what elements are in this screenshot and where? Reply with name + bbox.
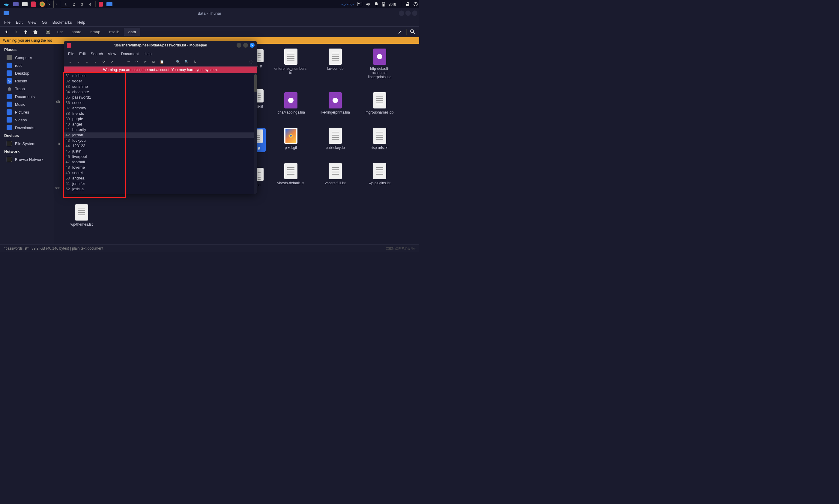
- workspace-1[interactable]: 1: [62, 0, 70, 8]
- mousepad-titlebar[interactable]: /usr/share/nmap/nselib/data/passwords.ls…: [64, 41, 257, 50]
- editor-line[interactable]: 44123123: [64, 143, 254, 149]
- power-icon[interactable]: [413, 2, 418, 6]
- menu-edit[interactable]: Edit: [79, 52, 86, 56]
- sidebar-places-trash[interactable]: 🗑Trash: [0, 85, 54, 93]
- menu-bookmarks[interactable]: Bookmarks: [52, 20, 72, 24]
- menu-search[interactable]: Search: [90, 52, 103, 56]
- network-graph-icon[interactable]: [340, 2, 354, 6]
- goto-icon[interactable]: ↻: [193, 60, 197, 64]
- editor-line[interactable]: 48loveme: [64, 165, 254, 170]
- editor-line[interactable]: 34chocolate: [64, 89, 254, 95]
- find-replace-icon[interactable]: 🔍: [185, 60, 189, 64]
- home-button[interactable]: [32, 28, 39, 35]
- taskbar-running-mousepad[interactable]: [97, 0, 105, 8]
- workspace-icon[interactable]: [357, 2, 362, 6]
- file-item[interactable]: ike-fingerprints.lua: [317, 90, 354, 116]
- fullscreen-icon[interactable]: ⛶: [249, 60, 253, 64]
- editor-line[interactable]: 40angel: [64, 122, 254, 127]
- menu-go[interactable]: Go: [42, 20, 47, 24]
- taskbar-dropdown-icon[interactable]: ▾: [54, 0, 59, 8]
- file-item[interactable]: publickeydb: [317, 126, 354, 151]
- breadcrumb-root-icon[interactable]: [43, 28, 53, 36]
- thunar-titlebar[interactable]: data - Thunar: [0, 8, 419, 18]
- find-icon[interactable]: 🔍: [176, 60, 180, 64]
- kali-menu-icon[interactable]: [1, 0, 12, 8]
- editor-line[interactable]: 36soccer: [64, 100, 254, 106]
- sidebar-devices-file-system[interactable]: File System: [0, 140, 54, 147]
- taskbar-terminal-icon[interactable]: >_: [47, 0, 54, 8]
- taskbar-files-icon[interactable]: [20, 0, 29, 8]
- battery-icon[interactable]: [382, 2, 385, 6]
- menu-view[interactable]: View: [28, 20, 36, 24]
- sidebar-places-videos[interactable]: Videos: [0, 116, 54, 124]
- editor-line[interactable]: 31michelle: [64, 73, 254, 78]
- close-button[interactable]: [412, 11, 417, 16]
- editor-line[interactable]: 39purple: [64, 116, 254, 122]
- text-editor-area[interactable]: 31michelle32tigger33sunshine34chocolate3…: [64, 73, 257, 194]
- up-button[interactable]: [22, 28, 29, 35]
- sidebar-places-recent[interactable]: ◷Recent: [0, 77, 54, 85]
- file-item[interactable]: enterprise_numbers.txt: [272, 47, 310, 81]
- editor-line[interactable]: 52joshua: [64, 186, 254, 192]
- sidebar-places-computer[interactable]: Computer: [0, 54, 54, 61]
- open-file-icon[interactable]: ▫: [76, 60, 81, 64]
- breadcrumb-usr[interactable]: usr: [53, 28, 67, 36]
- editor-line[interactable]: 51jennifer: [64, 181, 254, 186]
- editor-line[interactable]: 37anthony: [64, 106, 254, 111]
- file-item[interactable]: vhosts-default.lst: [272, 161, 310, 187]
- reload-icon[interactable]: ⟳: [102, 60, 106, 64]
- close-button[interactable]: ✕: [250, 43, 255, 48]
- menu-view[interactable]: View: [108, 52, 116, 56]
- workspace-4[interactable]: 4: [86, 0, 94, 8]
- taskbar-editor-icon[interactable]: [29, 0, 38, 8]
- sidebar-places-downloads[interactable]: Downloads: [0, 124, 54, 131]
- cut-icon[interactable]: ✂: [143, 60, 147, 64]
- editor-line[interactable]: 50andrea: [64, 176, 254, 181]
- lock-icon[interactable]: [406, 2, 409, 6]
- maximize-button[interactable]: [243, 43, 248, 48]
- minimize-button[interactable]: [237, 43, 241, 48]
- volume-icon[interactable]: [366, 2, 371, 6]
- maximize-button[interactable]: [405, 11, 411, 16]
- sidebar-places-music[interactable]: Music: [0, 101, 54, 108]
- paste-icon[interactable]: 📋: [160, 60, 164, 64]
- undo-icon[interactable]: ↶: [126, 60, 130, 64]
- breadcrumb-share[interactable]: share: [67, 28, 86, 36]
- taskbar-app-1[interactable]: [12, 0, 20, 8]
- file-item[interactable]: idnaMappings.lua: [272, 90, 310, 116]
- sidebar-places-root[interactable]: root: [0, 61, 54, 69]
- menu-help[interactable]: Help: [144, 52, 152, 56]
- menu-document[interactable]: Document: [121, 52, 139, 56]
- editor-line[interactable]: 47football: [64, 159, 254, 165]
- edit-path-button[interactable]: [397, 28, 404, 35]
- taskbar-running-thunar[interactable]: [105, 0, 114, 8]
- editor-line[interactable]: 41butterfly: [64, 127, 254, 132]
- copy-icon[interactable]: ⧉: [152, 60, 156, 64]
- file-item[interactable]: favicon-db: [317, 47, 354, 81]
- editor-line[interactable]: 42jordan: [64, 132, 254, 138]
- editor-line[interactable]: 32tigger: [64, 78, 254, 84]
- save-icon[interactable]: ▫: [85, 60, 89, 64]
- editor-line[interactable]: 38friends: [64, 111, 254, 116]
- file-item[interactable]: vhosts-full.lst: [317, 161, 354, 187]
- menu-help[interactable]: Help: [77, 20, 85, 24]
- file-item[interactable]: rtsp-urls.txt: [361, 126, 398, 151]
- sidebar-places-desktop[interactable]: Desktop: [0, 69, 54, 77]
- file-item[interactable]: wp-themes.lst: [63, 202, 100, 228]
- minimize-button[interactable]: [399, 11, 404, 16]
- close-file-icon[interactable]: ✕: [110, 60, 114, 64]
- new-file-icon[interactable]: ▫: [68, 60, 72, 64]
- workspace-2[interactable]: 2: [70, 0, 78, 8]
- file-item[interactable]: http-default-accounts-fingerprints.lua: [361, 47, 398, 81]
- editor-scrollbar[interactable]: [254, 73, 257, 194]
- breadcrumb-nselib[interactable]: nselib: [105, 28, 124, 36]
- sidebar-places-documents[interactable]: Documents: [0, 93, 54, 101]
- menu-file[interactable]: File: [68, 52, 74, 56]
- file-item[interactable]: wp-plugins.lst: [361, 161, 398, 187]
- file-item[interactable]: mgroupnames.db: [361, 90, 398, 116]
- breadcrumb-data[interactable]: data: [124, 28, 140, 36]
- back-button[interactable]: [3, 28, 10, 35]
- clock[interactable]: 8:46: [389, 2, 396, 6]
- editor-line[interactable]: 45justin: [64, 149, 254, 154]
- forward-button[interactable]: [13, 28, 20, 35]
